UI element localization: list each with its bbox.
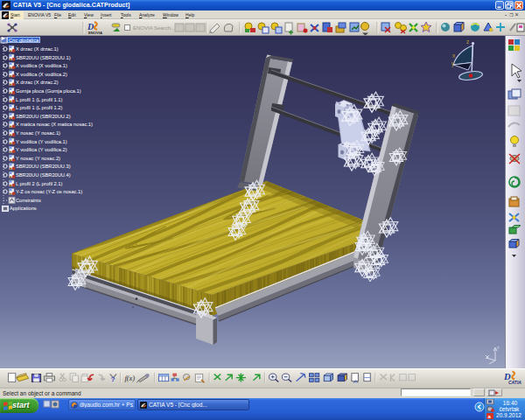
svg-text:x: x [452,52,456,59]
svg-text:f(x): f(x) [124,374,135,382]
svg-text:z: z [466,38,469,45]
svg-text:CATIA: CATIA [508,380,522,385]
svg-text:?: ? [111,376,116,383]
svg-text:z: z [497,345,500,350]
svg-text:ENOVIA: ENOVIA [88,31,102,35]
svg-text:ENOVIA Search...: ENOVIA Search... [133,25,175,31]
